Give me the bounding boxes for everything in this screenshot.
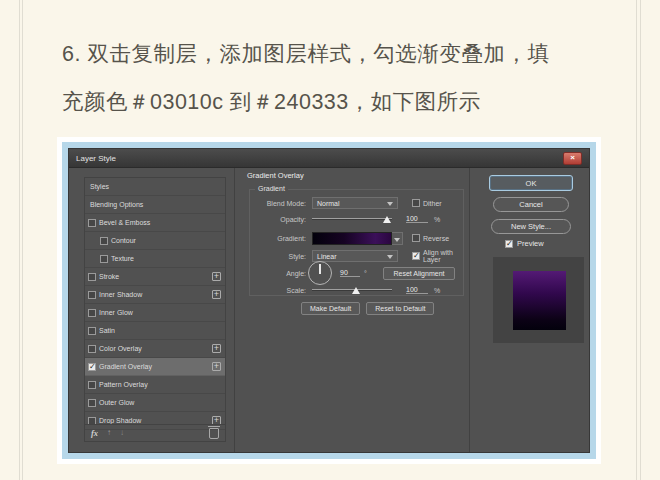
checkbox[interactable]: [100, 255, 108, 263]
reset-to-default-button[interactable]: Reset to Default: [366, 302, 434, 315]
sidebar-item-label: Stroke: [99, 273, 119, 280]
blend-mode-value: Normal: [317, 200, 340, 207]
checkbox[interactable]: [88, 399, 96, 407]
page-border-line: [22, 0, 23, 480]
checkbox-checked[interactable]: [505, 240, 513, 248]
new-style-button[interactable]: New Style...: [491, 219, 571, 234]
style-value: Linear: [317, 253, 336, 260]
sidebar-item-pattern-overlay[interactable]: Pattern Overlay: [85, 376, 225, 394]
gradient-label: Gradient:: [256, 235, 306, 242]
dialog-title: Layer Style: [76, 154, 116, 163]
checkbox-checked[interactable]: [88, 363, 96, 371]
gradient-swatch[interactable]: [312, 232, 392, 245]
sidebar-item-label: Pattern Overlay: [99, 381, 148, 388]
sidebar-item-inner-shadow[interactable]: Inner Shadow: [85, 286, 225, 304]
opacity-label: Opacity:: [256, 216, 306, 223]
checkbox[interactable]: [88, 219, 96, 227]
sidebar-item-texture[interactable]: Texture: [85, 250, 225, 268]
group-legend: Gradient: [255, 185, 288, 192]
angle-value[interactable]: 90: [340, 269, 360, 277]
sidebar-item-stroke[interactable]: Stroke: [85, 268, 225, 286]
checkbox[interactable]: [412, 199, 420, 207]
page-border-line: [640, 0, 641, 480]
checkbox[interactable]: [88, 381, 96, 389]
slider-thumb[interactable]: [383, 216, 391, 223]
sidebar-item-inner-glow[interactable]: Inner Glow: [85, 304, 225, 322]
trash-icon[interactable]: [209, 428, 219, 439]
sidebar-item-label: Styles: [90, 183, 109, 190]
move-down-icon[interactable]: ↓: [120, 429, 124, 437]
checkbox[interactable]: [88, 309, 96, 317]
checkbox[interactable]: [88, 327, 96, 335]
fx-icon[interactable]: fx: [91, 428, 98, 438]
dither-option[interactable]: Dither: [412, 199, 442, 207]
angle-row: Angle: 90 ° Reset Alignment: [256, 261, 457, 285]
cancel-button[interactable]: Cancel: [493, 197, 569, 212]
close-icon[interactable]: [563, 152, 582, 165]
sidebar-item-label: Inner Shadow: [99, 291, 142, 298]
sidebar-item-satin[interactable]: Satin: [85, 322, 225, 340]
opacity-value[interactable]: 100: [406, 215, 428, 223]
make-default-button[interactable]: Make Default: [301, 302, 360, 315]
preview-gradient-square: [513, 271, 566, 330]
checkbox[interactable]: [412, 234, 420, 242]
sidebar-item-label: Satin: [99, 327, 115, 334]
opacity-row: Opacity: 100 %: [256, 212, 457, 226]
scale-value[interactable]: 100: [406, 286, 428, 294]
plus-icon[interactable]: [212, 344, 221, 353]
angle-dial[interactable]: [308, 261, 332, 285]
sidebar-item-gradient-overlay[interactable]: Gradient Overlay: [85, 358, 225, 376]
instruction-line-1: 6. 双击复制层，添加图层样式，勾选渐变叠加，填: [62, 30, 602, 78]
checkbox[interactable]: [88, 273, 96, 281]
sidebar-item-contour[interactable]: Contour: [85, 232, 225, 250]
blend-mode-label: Blend Mode:: [256, 200, 306, 207]
reverse-label: Reverse: [423, 235, 449, 242]
divider: [234, 168, 235, 452]
checkbox-checked[interactable]: [412, 252, 420, 260]
plus-icon[interactable]: [212, 290, 221, 299]
opacity-unit: %: [434, 216, 440, 223]
preview-label: Preview: [517, 239, 544, 248]
checkbox[interactable]: [100, 237, 108, 245]
instruction-text: 6. 双击复制层，添加图层样式，勾选渐变叠加，填 充颜色＃03010c 到＃24…: [62, 30, 602, 126]
scale-slider[interactable]: [312, 284, 392, 296]
actions-column: OK Cancel New Style... Preview: [470, 168, 589, 452]
sidebar-item-label: Blending Options: [90, 201, 143, 208]
sidebar-item-label: Contour: [111, 237, 136, 244]
page-border-line: [19, 0, 20, 480]
reset-alignment-button[interactable]: Reset Alignment: [383, 267, 455, 280]
blend-mode-dropdown[interactable]: Normal: [312, 197, 398, 209]
scale-row: Scale: 100 %: [256, 283, 457, 297]
sidebar-item-color-overlay[interactable]: Color Overlay: [85, 340, 225, 358]
screenshot-blue-frame: Layer Style Styles Blending Options: [62, 142, 596, 459]
ok-button[interactable]: OK: [489, 175, 573, 191]
move-up-icon[interactable]: ↑: [107, 429, 111, 437]
style-label: Style:: [256, 253, 306, 260]
plus-icon[interactable]: [212, 362, 221, 371]
dialog-body: Styles Blending Options Bevel & Emboss C…: [69, 168, 589, 452]
instruction-line-2: 充颜色＃03010c 到＃240333，如下图所示: [62, 78, 602, 126]
scale-unit: %: [434, 287, 440, 294]
gradient-dropdown-arrow-icon[interactable]: [392, 232, 403, 245]
preview-option[interactable]: Preview: [505, 239, 544, 248]
sidebar-item-styles[interactable]: Styles: [85, 178, 225, 196]
gradient-group: Gradient Blend Mode: Normal Dither: [249, 189, 464, 296]
sidebar-item-outer-glow[interactable]: Outer Glow: [85, 394, 225, 412]
checkbox[interactable]: [88, 291, 96, 299]
sidebar-item-label: Color Overlay: [99, 345, 142, 352]
sidebar-item-blending-options[interactable]: Blending Options: [85, 196, 225, 214]
page-border-line: [636, 0, 637, 480]
sidebar-item-bevel-emboss[interactable]: Bevel & Emboss: [85, 214, 225, 232]
sidebar-item-label: Texture: [111, 255, 134, 262]
plus-icon[interactable]: [212, 272, 221, 281]
opacity-slider[interactable]: [312, 213, 392, 225]
slider-thumb[interactable]: [352, 287, 360, 294]
slider-track[interactable]: [312, 218, 392, 220]
layer-style-dialog: Layer Style Styles Blending Options: [68, 148, 590, 453]
gradient-overlay-panel: Gradient Overlay Gradient Blend Mode: No…: [239, 168, 469, 452]
sidebar-item-label: Inner Glow: [99, 309, 133, 316]
angle-label: Angle:: [256, 270, 306, 277]
checkbox[interactable]: [88, 345, 96, 353]
reverse-option[interactable]: Reverse: [412, 234, 449, 242]
styles-panel-footer: fx ↑ ↓: [85, 424, 225, 441]
